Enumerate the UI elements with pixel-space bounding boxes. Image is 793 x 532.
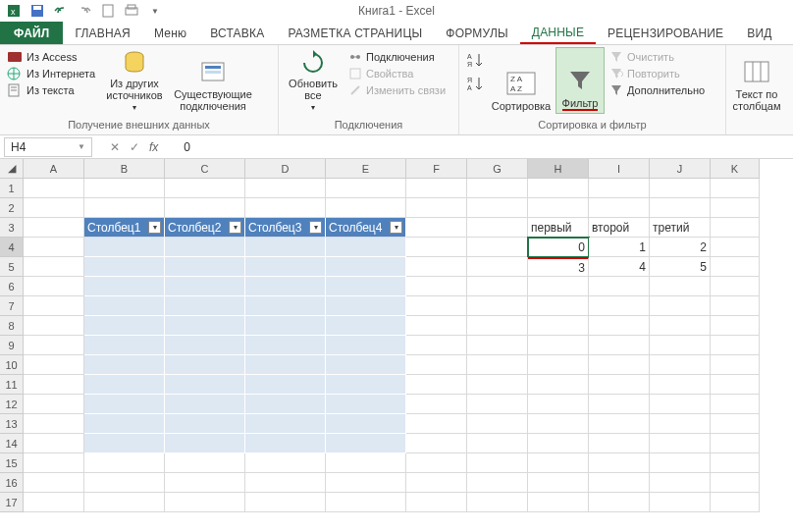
cell[interactable] [165, 316, 245, 336]
cell[interactable] [84, 453, 165, 473]
cell[interactable] [467, 395, 528, 414]
cell[interactable] [84, 375, 165, 395]
cell[interactable] [24, 179, 84, 198]
cell[interactable] [467, 179, 528, 198]
row-header[interactable]: 10 [0, 355, 24, 375]
column-header[interactable]: A [24, 159, 84, 179]
tab-formulas[interactable]: ФОРМУЛЫ [434, 22, 519, 44]
cell[interactable] [589, 395, 650, 414]
cell[interactable] [24, 414, 84, 434]
select-all-corner[interactable]: ◢ [0, 159, 24, 179]
cell[interactable]: Столбец2▾ [165, 218, 245, 238]
cell[interactable]: Столбец1▾ [84, 218, 165, 238]
cell[interactable] [589, 296, 650, 316]
cell[interactable] [406, 238, 467, 257]
spreadsheet-grid[interactable]: ◢ 1234567891011121314151617 ABCDEFGHIJKС… [0, 159, 793, 512]
formula-value[interactable]: 0 [184, 140, 190, 154]
cell[interactable] [528, 473, 589, 493]
cell[interactable] [711, 375, 760, 395]
column-header[interactable]: B [84, 159, 165, 179]
cell[interactable] [245, 355, 326, 375]
cell[interactable] [406, 257, 467, 277]
clear-filter-button[interactable]: Очистить [607, 49, 708, 65]
tab-home[interactable]: ГЛАВНАЯ [63, 22, 141, 44]
cell[interactable] [165, 493, 245, 512]
cell[interactable] [84, 277, 165, 296]
refresh-all-button[interactable]: Обновить все▾ [283, 47, 344, 114]
cell[interactable] [406, 355, 467, 375]
cell[interactable] [84, 355, 165, 375]
cell[interactable] [650, 375, 711, 395]
cell[interactable]: третий [650, 218, 711, 238]
cell[interactable] [467, 218, 528, 238]
tab-review[interactable]: РЕЦЕНЗИРОВАНИЕ [596, 22, 735, 44]
cell[interactable] [650, 453, 711, 473]
cell[interactable] [24, 257, 84, 277]
cell[interactable] [467, 316, 528, 336]
cell[interactable] [406, 493, 467, 512]
cell[interactable] [650, 493, 711, 512]
cell[interactable] [711, 316, 760, 336]
cell[interactable] [326, 277, 406, 296]
cell[interactable] [650, 277, 711, 296]
redo-icon[interactable] [75, 2, 94, 20]
cell[interactable] [24, 434, 84, 453]
row-header[interactable]: 12 [0, 395, 24, 414]
row-header[interactable]: 1 [0, 179, 24, 198]
cell[interactable] [406, 434, 467, 453]
name-box[interactable]: H4 ▼ [4, 137, 92, 157]
cell[interactable] [711, 238, 760, 257]
cell[interactable] [165, 296, 245, 316]
cell[interactable] [326, 453, 406, 473]
edit-links-button[interactable]: Изменить связи [345, 82, 449, 98]
cell[interactable] [245, 473, 326, 493]
row-header[interactable]: 2 [0, 198, 24, 218]
cell[interactable] [528, 277, 589, 296]
cell[interactable] [711, 218, 760, 238]
column-header[interactable]: K [711, 159, 760, 179]
cell[interactable] [589, 179, 650, 198]
filter-dropdown-icon[interactable]: ▾ [309, 221, 322, 234]
cell[interactable] [589, 355, 650, 375]
cell[interactable] [650, 179, 711, 198]
cell[interactable] [24, 375, 84, 395]
cell[interactable] [589, 336, 650, 355]
cell[interactable] [326, 395, 406, 414]
cell[interactable] [528, 198, 589, 218]
tab-pagelayout[interactable]: РАЗМЕТКА СТРАНИЦЫ [276, 22, 434, 44]
cell[interactable] [406, 414, 467, 434]
cell[interactable] [467, 434, 528, 453]
cell[interactable] [84, 198, 165, 218]
cell[interactable] [406, 375, 467, 395]
cell[interactable] [528, 434, 589, 453]
cell[interactable] [467, 296, 528, 316]
row-header[interactable]: 15 [0, 453, 24, 473]
cell[interactable] [650, 336, 711, 355]
cell[interactable] [589, 316, 650, 336]
tab-view[interactable]: ВИД [735, 22, 783, 44]
cell[interactable] [84, 336, 165, 355]
cell[interactable] [528, 336, 589, 355]
cell[interactable] [165, 257, 245, 277]
cell[interactable] [711, 336, 760, 355]
cell[interactable] [711, 434, 760, 453]
cell[interactable] [24, 277, 84, 296]
cell[interactable] [326, 179, 406, 198]
cell[interactable] [84, 493, 165, 512]
column-header[interactable]: D [245, 159, 326, 179]
cell[interactable] [84, 238, 165, 257]
qat-dropdown-icon[interactable]: ▼ [145, 2, 165, 20]
cell[interactable]: 4 [589, 257, 650, 277]
cell[interactable] [84, 473, 165, 493]
row-header[interactable]: 4 [0, 238, 24, 257]
cell[interactable] [406, 277, 467, 296]
excel-icon[interactable]: x [4, 2, 24, 20]
cell[interactable] [245, 395, 326, 414]
cell[interactable] [84, 434, 165, 453]
cell[interactable] [589, 473, 650, 493]
column-header[interactable]: I [589, 159, 650, 179]
cell[interactable] [165, 473, 245, 493]
existing-connections-button[interactable]: Существующие подключения [171, 47, 255, 114]
reapply-filter-button[interactable]: Повторить [607, 66, 708, 81]
cell[interactable] [528, 493, 589, 512]
